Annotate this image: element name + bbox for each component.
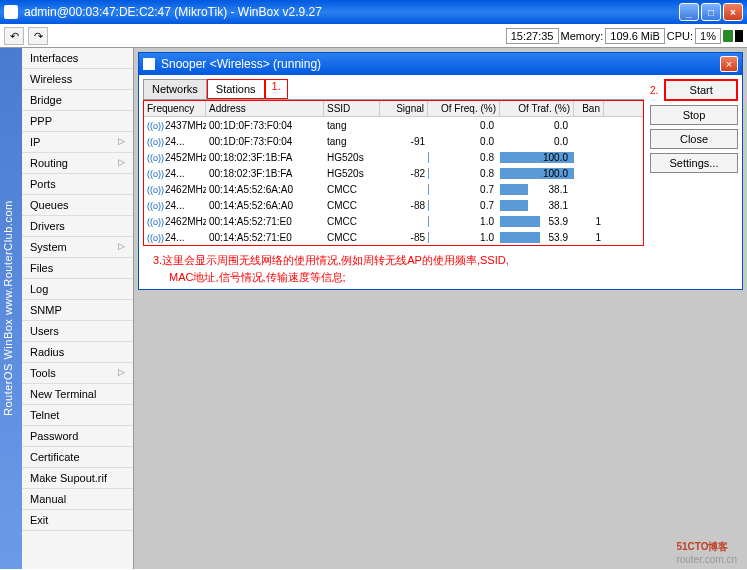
th-frequency[interactable]: Frequency <box>144 101 206 116</box>
sidebar-item-queues[interactable]: Queues <box>22 195 133 216</box>
th-address[interactable]: Address <box>206 101 324 116</box>
status-time: 15:27:35 <box>506 28 559 44</box>
th-of-freq[interactable]: Of Freq. (%) <box>428 101 500 116</box>
annotation-1: 1. <box>265 79 288 99</box>
close-snooper-button[interactable]: Close <box>650 129 738 149</box>
table-row[interactable]: ((o))24...00:14:A5:52:71:E0CMCC-851.053.… <box>144 229 643 245</box>
redo-button[interactable]: ↷ <box>28 27 48 45</box>
sidebar-item-radius[interactable]: Radius <box>22 342 133 363</box>
sidebar-item-ports[interactable]: Ports <box>22 174 133 195</box>
status-cpu: 1% <box>695 28 721 44</box>
sidebar-item-wireless[interactable]: Wireless <box>22 69 133 90</box>
sidebar-item-tools[interactable]: Tools▷ <box>22 363 133 384</box>
sidebar-item-system[interactable]: System▷ <box>22 237 133 258</box>
sidebar: InterfacesWirelessBridgePPPIP▷Routing▷Po… <box>22 48 134 569</box>
undo-button[interactable]: ↶ <box>4 27 24 45</box>
sidebar-item-users[interactable]: Users <box>22 321 133 342</box>
snooper-titlebar[interactable]: Snooper <Wireless> (running) × <box>139 53 742 75</box>
table-row[interactable]: ((o))24...00:18:02:3F:1B:FAHG520s-820.81… <box>144 165 643 181</box>
sidebar-item-drivers[interactable]: Drivers <box>22 216 133 237</box>
watermark: 51CTO博客 router.com.cn <box>676 540 737 565</box>
wifi-icon: ((o)) <box>147 185 164 195</box>
sidebar-item-ip[interactable]: IP▷ <box>22 132 133 153</box>
stations-table: Frequency Address SSID Signal Of Freq. (… <box>143 100 644 246</box>
status-memory: 109.6 MiB <box>605 28 665 44</box>
sidebar-item-telnet[interactable]: Telnet <box>22 405 133 426</box>
snooper-tabs: Networks Stations 1. <box>143 79 644 100</box>
toolbar: ↶ ↷ 15:27:35 Memory: 109.6 MiB CPU: 1% <box>0 24 747 48</box>
content-area: Snooper <Wireless> (running) × Networks … <box>134 48 747 569</box>
stop-button[interactable]: Stop <box>650 105 738 125</box>
snooper-close-button[interactable]: × <box>720 56 738 72</box>
app-icon <box>4 5 18 19</box>
sidebar-item-ppp[interactable]: PPP <box>22 111 133 132</box>
sidebar-item-new-terminal[interactable]: New Terminal <box>22 384 133 405</box>
lock-icon <box>723 30 733 42</box>
sidebar-item-make-supout-rif[interactable]: Make Supout.rif <box>22 468 133 489</box>
sidebar-item-snmp[interactable]: SNMP <box>22 300 133 321</box>
table-row[interactable]: ((o))24...00:1D:0F:73:F0:04tang-910.00.0 <box>144 133 643 149</box>
table-row[interactable]: ((o))24...00:14:A5:52:6A:A0CMCC-880.738.… <box>144 197 643 213</box>
wifi-icon: ((o)) <box>147 153 164 163</box>
wifi-icon: ((o)) <box>147 201 164 211</box>
wifi-icon: ((o)) <box>147 137 164 147</box>
tab-networks[interactable]: Networks <box>143 79 207 99</box>
wifi-icon: ((o)) <box>147 233 164 243</box>
annotation-3: 3.这里会显示周围无线网络的使用情况,例如周转无线AP的使用频率,SSID, M… <box>143 246 644 285</box>
sidebar-item-routing[interactable]: Routing▷ <box>22 153 133 174</box>
sidebar-item-files[interactable]: Files <box>22 258 133 279</box>
sidebar-item-bridge[interactable]: Bridge <box>22 90 133 111</box>
wifi-icon: ((o)) <box>147 121 164 131</box>
window-icon <box>143 58 155 70</box>
sidebar-item-manual[interactable]: Manual <box>22 489 133 510</box>
activity-icon <box>735 30 743 42</box>
th-ssid[interactable]: SSID <box>324 101 380 116</box>
th-ban[interactable]: Ban <box>574 101 604 116</box>
minimize-button[interactable]: _ <box>679 3 699 21</box>
table-row[interactable]: ((o))2462MHz00:14:A5:52:6A:A0CMCC0.738.1 <box>144 181 643 197</box>
th-of-traf[interactable]: Of Traf. (%) <box>500 101 574 116</box>
wifi-icon: ((o)) <box>147 217 164 227</box>
settings-button[interactable]: Settings... <box>650 153 738 173</box>
annotation-2: 2. <box>650 85 662 96</box>
close-button[interactable]: × <box>723 3 743 21</box>
sidebar-item-password[interactable]: Password <box>22 426 133 447</box>
start-button[interactable]: Start <box>664 79 738 101</box>
title-text: admin@00:03:47:DE:C2:47 (MikroTik) - Win… <box>24 5 677 19</box>
sidebar-item-exit[interactable]: Exit <box>22 510 133 531</box>
sidebar-item-log[interactable]: Log <box>22 279 133 300</box>
main-titlebar: admin@00:03:47:DE:C2:47 (MikroTik) - Win… <box>0 0 747 24</box>
sidebar-item-interfaces[interactable]: Interfaces <box>22 48 133 69</box>
maximize-button[interactable]: □ <box>701 3 721 21</box>
table-row[interactable]: ((o))2437MHz00:1D:0F:73:F0:04tang0.00.0 <box>144 117 643 133</box>
snooper-buttons: 2. Start Stop Close Settings... <box>650 79 738 285</box>
sidebar-item-certificate[interactable]: Certificate <box>22 447 133 468</box>
th-signal[interactable]: Signal <box>380 101 428 116</box>
wifi-icon: ((o)) <box>147 169 164 179</box>
snooper-window: Snooper <Wireless> (running) × Networks … <box>138 52 743 290</box>
table-row[interactable]: ((o))2462MHz00:14:A5:52:71:E0CMCC1.053.9… <box>144 213 643 229</box>
tab-stations[interactable]: Stations <box>207 79 265 99</box>
table-row[interactable]: ((o))2452MHz00:18:02:3F:1B:FAHG520s0.810… <box>144 149 643 165</box>
brand-strip: RouterOS WinBox www.RouterClub.com <box>0 48 22 569</box>
